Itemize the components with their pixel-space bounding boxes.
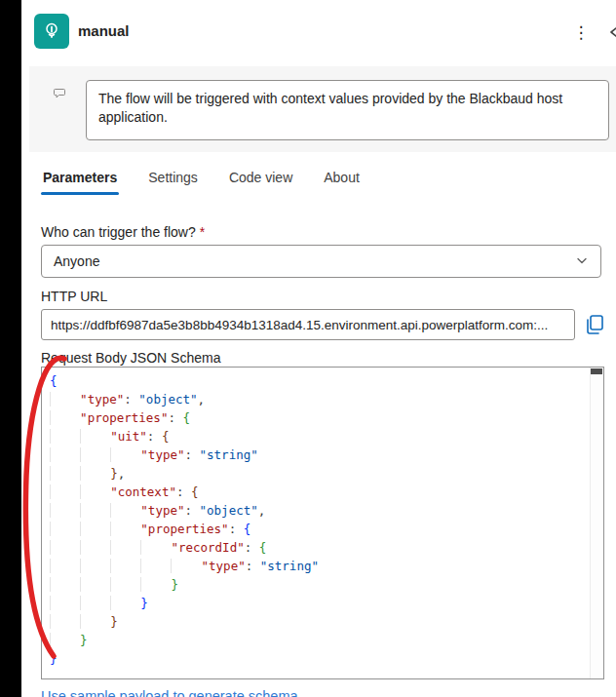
description-band: The flow will be triggered with context … [29, 66, 616, 152]
code-line: "properties": { [50, 520, 589, 538]
code-line: } [50, 594, 589, 612]
card-header: manual ⋮ [21, 0, 616, 62]
trigger-description-box[interactable]: The flow will be triggered with context … [86, 80, 609, 140]
code-line: "type": "object", [50, 501, 589, 520]
code-line: } [50, 575, 589, 594]
http-url-label: HTTP URL [41, 289, 107, 304]
code-line: "context": { [50, 483, 589, 501]
code-line: "recordId": { [50, 538, 589, 557]
editor-scrollbar-thumb[interactable] [591, 368, 602, 374]
json-code[interactable]: { "type": "object", "properties": { "uit… [42, 371, 589, 668]
code-line: } [50, 612, 589, 631]
code-line: "type": "object", [50, 390, 589, 408]
code-line: } [50, 649, 589, 668]
tab-code-view[interactable]: Code view [227, 164, 294, 195]
code-line: "type": "string" [50, 557, 589, 575]
copy-url-icon[interactable] [583, 313, 606, 336]
screenshot-left-black-strip [0, 0, 21, 697]
editor-scrollbar[interactable] [590, 368, 603, 678]
tab-bar: Parameters Settings Code view About [41, 164, 362, 195]
json-schema-editor[interactable]: { "type": "object", "properties": { "uit… [41, 367, 604, 679]
code-line: { [50, 371, 589, 390]
tab-settings[interactable]: Settings [146, 164, 200, 195]
code-line: "properties": { [50, 408, 589, 427]
chevron-down-icon [575, 253, 589, 270]
touch-tap-icon [40, 19, 63, 43]
code-line: "type": "string" [50, 445, 589, 464]
trigger-audience-value: Anyone [54, 253, 99, 269]
manual-trigger-icon [34, 14, 69, 49]
http-url-value: https://ddfbf6987da5e3b8bb4934b1318ad4.1… [51, 318, 548, 332]
code-line: "uit": { [50, 427, 589, 445]
code-line: }, [50, 464, 589, 483]
card-title: manual [78, 22, 130, 39]
trigger-card: manual ⋮ The flow will be triggered with… [21, 0, 616, 697]
sample-payload-link[interactable]: Use sample payload to generate schema [41, 688, 298, 697]
code-line: } [50, 631, 589, 649]
schema-label: Request Body JSON Schema [41, 350, 220, 366]
trigger-audience-dropdown[interactable]: Anyone [41, 245, 601, 278]
comment-bubble-icon [54, 86, 65, 103]
more-menu-icon[interactable]: ⋮ [569, 19, 593, 45]
trigger-audience-label: Who can trigger the flow? * [41, 224, 205, 240]
http-url-field[interactable]: https://ddfbf6987da5e3b8bb4934b1318ad4.1… [41, 309, 575, 340]
collapse-panel-icon[interactable] [606, 21, 616, 43]
tab-about[interactable]: About [322, 164, 362, 195]
required-asterisk: * [200, 224, 205, 240]
tab-parameters[interactable]: Parameters [41, 164, 119, 195]
trigger-audience-label-text: Who can trigger the flow? [41, 224, 196, 240]
